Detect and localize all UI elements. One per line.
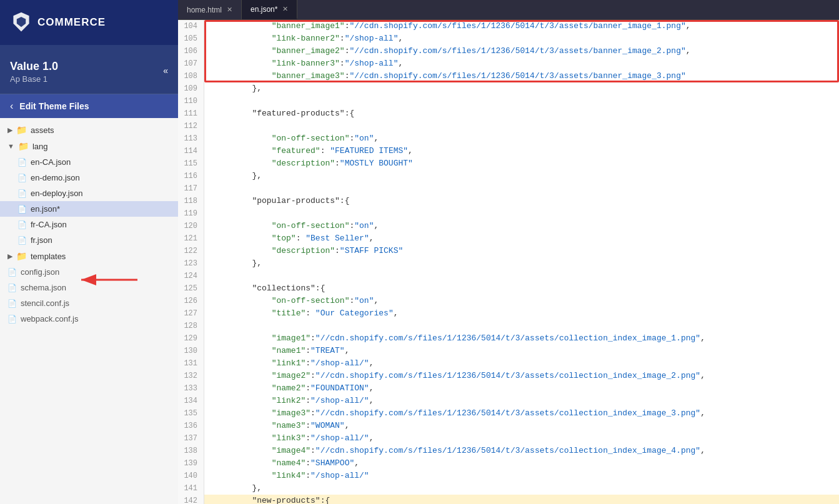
file-icon-stencil: 📄 [7,299,17,308]
file-icon-fr-ca: 📄 [17,220,27,229]
line-content-140: "link4":"/shop-all/" [204,470,369,482]
line-content-142: "new-products":{ [204,495,330,504]
tree-item-en-json[interactable]: 📄 en.json* [0,201,178,217]
code-editor[interactable]: 104 "banner_image1":"//cdn.shopify.com/s… [178,20,839,504]
line-content-108: "banner_image3":"//cdn.shopify.com/s/fil… [204,70,686,82]
code-line-113: 113 "on-off-section":"on", [178,132,839,145]
line-content-127: "title": "Our Categories", [204,307,399,320]
code-line-121: 121 "top": "Best Seller", [178,232,839,245]
line-content-107: "link-banner3":"/shop-all", [204,57,403,70]
code-line-140: 140 "link4":"/shop-all/" [178,470,839,482]
code-line-125: 125 "collections":{ [178,282,839,295]
folder-icon-lang: 📁 [18,141,29,151]
line-number-113: 113 [178,132,204,145]
line-content-121: "top": "Best Seller", [204,232,374,245]
line-content-113: "on-off-section":"on", [204,132,379,145]
line-content-139: "name4":"SHAMPOO", [204,457,359,470]
line-content-114: "featured": "FEATURED ITEMS", [204,145,413,157]
tree-item-assets[interactable]: ▶ 📁 assets [0,122,178,138]
tree-item-stencil-conf[interactable]: 📄 stencil.conf.js [0,295,178,311]
line-number-125: 125 [178,282,204,295]
line-number-109: 109 [178,82,204,95]
code-line-112: 112 [178,120,839,132]
code-line-138: 138 "image4":"//cdn.shopify.com/s/files/… [178,445,839,457]
line-content-110 [204,95,218,107]
code-line-109: 109 }, [178,82,839,95]
tree-item-webpack-conf[interactable]: 📄 webpack.conf.js [0,311,178,327]
tree-label-en-demo-json: en-demo.json [31,173,80,182]
tree-item-en-deploy-json[interactable]: 📄 en-deploy.json [0,185,178,201]
tab-en-json-label: en.json* [251,5,277,14]
file-icon-fr: 📄 [17,236,27,245]
tab-home-html[interactable]: home.html ✕ [178,0,242,19]
tree-item-fr-json[interactable]: 📄 fr.json [0,232,178,248]
code-line-108: 108 "banner_image3":"//cdn.shopify.com/s… [178,70,839,82]
code-line-130: 130 "name1":"TREAT", [178,345,839,357]
line-content-122: "description":"STAFF PICKS" [204,245,403,257]
code-line-123: 123 }, [178,257,839,270]
chevron-right-icon-templates: ▶ [7,252,12,260]
code-line-135: 135 "image3":"//cdn.shopify.com/s/files/… [178,407,839,420]
line-number-107: 107 [178,57,204,70]
file-icon-en-deploy: 📄 [17,189,27,198]
chevron-down-icon: ▼ [7,142,14,150]
line-number-134: 134 [178,395,204,407]
code-line-127: 127 "title": "Our Categories", [178,307,839,320]
line-content-135: "image3":"//cdn.shopify.com/s/files/1/12… [204,407,705,420]
tree-item-en-ca-json[interactable]: 📄 en-CA.json [0,154,178,170]
line-content-134: "link2":"/shop-all/", [204,395,374,407]
line-content-131: "link1":"/shop-all/", [204,357,374,370]
tree-item-lang[interactable]: ▼ 📁 lang [0,138,178,154]
tree-label-webpack-conf: webpack.conf.js [21,314,79,324]
tree-item-config-json[interactable]: 📄 config.json [0,264,178,280]
line-number-106: 106 [178,45,204,57]
line-number-114: 114 [178,145,204,157]
file-icon-webpack: 📄 [7,315,17,324]
tree-label-fr-ca-json: fr-CA.json [31,220,67,229]
line-content-119 [204,207,218,220]
line-content-138: "image4":"//cdn.shopify.com/s/files/1/12… [204,445,705,457]
line-content-132: "image2":"//cdn.shopify.com/s/files/1/12… [204,370,705,382]
line-number-126: 126 [178,295,204,307]
code-line-133: 133 "name2":"FOUNDATION", [178,382,839,395]
edit-theme-section[interactable]: ‹ Edit Theme Files [0,94,178,118]
code-line-115: 115 "description":"MOSTLY BOUGHT" [178,157,839,170]
line-number-108: 108 [178,70,204,82]
theme-subname: Ap Base 1 [10,74,58,84]
line-number-104: 104 [178,20,204,32]
code-line-124: 124 [178,270,839,282]
line-content-109: }, [204,82,262,95]
sidebar: COMMERCE Value 1.0 Ap Base 1 « ‹ Edit Th… [0,0,178,504]
tab-en-json[interactable]: en.json* ✕ [242,0,297,19]
tree-item-fr-ca-json[interactable]: 📄 fr-CA.json [0,217,178,232]
code-line-119: 119 [178,207,839,220]
line-number-120: 120 [178,220,204,232]
code-line-116: 116 }, [178,170,839,182]
code-line-129: 129 "image1":"//cdn.shopify.com/s/files/… [178,332,839,345]
line-content-136: "name3":"WOMAN", [204,420,349,432]
tree-label-lang: lang [32,142,48,151]
tree-item-schema-json[interactable]: 📄 schema.json [0,280,178,295]
collapse-button[interactable]: « [163,66,168,76]
code-editor-content: 104 "banner_image1":"//cdn.shopify.com/s… [178,20,839,504]
line-number-123: 123 [178,257,204,270]
code-line-107: 107 "link-banner3":"/shop-all", [178,57,839,70]
theme-info: Value 1.0 Ap Base 1 « [0,45,178,94]
line-number-110: 110 [178,95,204,107]
tab-home-html-close[interactable]: ✕ [227,6,232,14]
code-line-106: 106 "banner_image2":"//cdn.shopify.com/s… [178,45,839,57]
line-content-111: "featured-products":{ [204,107,354,120]
tab-en-json-close[interactable]: ✕ [282,5,288,13]
line-number-131: 131 [178,357,204,370]
line-content-123: }, [204,257,262,270]
code-line-110: 110 [178,95,839,107]
tree-item-templates[interactable]: ▶ 📁 templates [0,248,178,264]
line-content-129: "image1":"//cdn.shopify.com/s/files/1/12… [204,332,705,345]
line-number-138: 138 [178,445,204,457]
tree-item-en-demo-json[interactable]: 📄 en-demo.json [0,170,178,185]
line-content-112 [204,120,218,132]
code-line-136: 136 "name3":"WOMAN", [178,420,839,432]
line-content-141: }, [204,482,262,495]
line-content-126: "on-off-section":"on", [204,295,379,307]
line-number-105: 105 [178,32,204,45]
